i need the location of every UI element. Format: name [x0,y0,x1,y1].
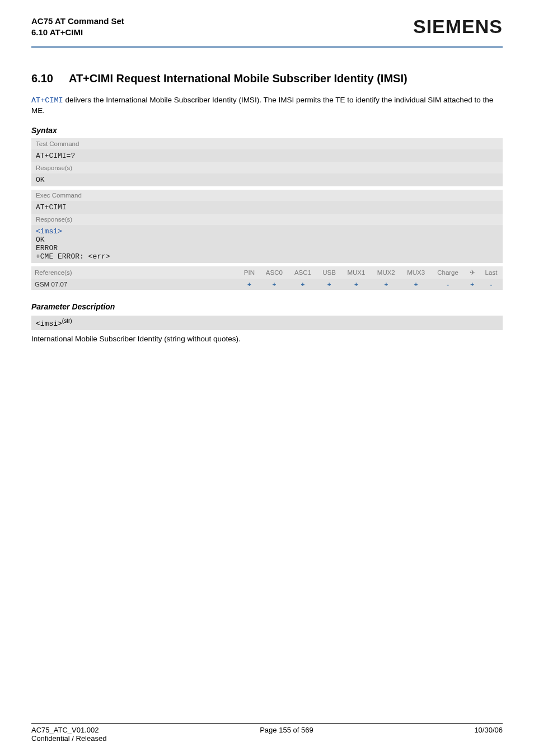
col-pin: PIN [238,266,260,279]
val-charge: - [431,279,465,290]
val-pin: + [238,279,260,290]
footer-divider [31,723,503,724]
parameter-description-heading: Parameter Description [31,302,503,311]
col-mux2: MUX2 [371,266,401,279]
exec-response-label: Response(s) [31,214,503,225]
brand-logo: SIEMENS [413,16,503,37]
exec-command-code: AT+CIMI [31,201,503,214]
parameter-type: (str) [62,318,72,324]
col-asc1: ASC1 [288,266,317,279]
test-response-label: Response(s) [31,162,503,173]
footer-row-2: Confidential / Released [31,734,503,743]
parameter-description-text: International Mobile Subscriber Identity… [31,335,503,343]
exec-response-imsi[interactable]: <imsi> [36,227,498,236]
reference-label: Reference(s) [31,266,238,279]
test-command-label: Test Command [31,138,503,149]
page-header: AC75 AT Command Set 6.10 AT+CIMI SIEMENS [31,16,503,39]
col-usb: USB [317,266,341,279]
val-mux3: + [401,279,430,290]
val-mux1: + [341,279,371,290]
footer-right: 10/30/06 [474,726,503,734]
reference-body-row: GSM 07.07 + + + + + + + - + - [31,279,503,290]
col-last: Last [480,266,503,279]
exec-response-ok: OK [36,236,498,244]
doc-title: AC75 AT Command Set [31,16,124,27]
test-command-code: AT+CIMI=? [31,149,503,162]
intro-command-link[interactable]: AT+CIMI [31,96,63,105]
exec-response-error: ERROR [36,244,498,252]
val-plane: + [465,279,480,290]
syntax-heading: Syntax [31,126,503,135]
reference-block: Reference(s) PIN ASC0 ASC1 USB MUX1 MUX2… [31,266,503,290]
parameter-box: <imsi>(str) [31,316,503,330]
test-response-code: OK [31,173,503,186]
page-footer: AC75_ATC_V01.002 Page 155 of 569 10/30/0… [31,723,503,743]
val-asc1: + [288,279,317,290]
intro-paragraph: AT+CIMI delivers the International Mobil… [31,95,503,116]
val-last: - [480,279,503,290]
val-usb: + [317,279,341,290]
intro-rest: delivers the International Mobile Subscr… [31,96,493,115]
col-mux3: MUX3 [401,266,430,279]
header-divider [31,46,503,48]
reference-header-row: Reference(s) PIN ASC0 ASC1 USB MUX1 MUX2… [31,266,503,279]
exec-response-code: <imsi> OK ERROR +CME ERROR: <err> [31,225,503,263]
test-command-block: Test Command AT+CIMI=? Response(s) OK [31,138,503,186]
col-plane-icon: ✈ [465,266,480,279]
section-number: 6.10 [31,72,53,85]
val-asc0: + [260,279,288,290]
footer-left: AC75_ATC_V01.002 [31,726,99,734]
parameter-name: <imsi> [36,320,62,328]
section-ref: 6.10 AT+CIMI [31,27,124,38]
col-asc0: ASC0 [260,266,288,279]
col-mux1: MUX1 [341,266,371,279]
exec-command-label: Exec Command [31,190,503,201]
col-charge: Charge [431,266,465,279]
reference-body-label: GSM 07.07 [31,279,238,290]
val-mux2: + [371,279,401,290]
exec-command-block: Exec Command AT+CIMI Response(s) <imsi> … [31,190,503,263]
footer-center: Page 155 of 569 [260,726,313,734]
reference-table: Reference(s) PIN ASC0 ASC1 USB MUX1 MUX2… [31,266,503,290]
exec-response-cme: +CME ERROR: <err> [36,252,498,261]
footer-row-1: AC75_ATC_V01.002 Page 155 of 569 10/30/0… [31,726,503,734]
section-heading: 6.10 AT+CIMI Request International Mobil… [31,72,503,85]
section-title-text: AT+CIMI Request International Mobile Sub… [69,72,503,85]
header-left: AC75 AT Command Set 6.10 AT+CIMI [31,16,124,39]
